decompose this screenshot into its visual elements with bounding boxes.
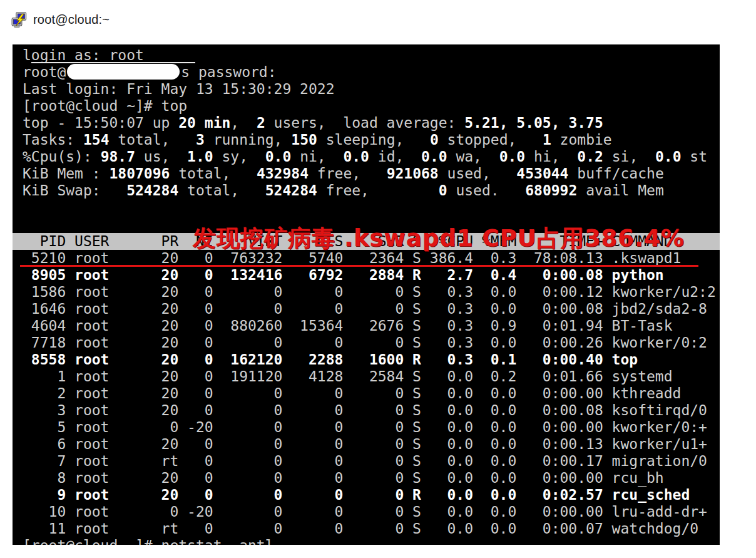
process-row-1646: 1646 root 20 0 0 0 0 S 0.3 0.0 0:00.08 j… bbox=[23, 301, 720, 318]
terminal-line-3: [root@cloud ~]# top bbox=[23, 98, 720, 115]
mining-virus-annotation: 发现挖矿病毒 .kswapd1 CPU占用386.4% bbox=[193, 223, 685, 254]
terminal-line-1: root@s password: bbox=[23, 64, 720, 81]
putty-icon bbox=[11, 11, 28, 28]
redaction-blob bbox=[67, 64, 180, 80]
process-row-5: 5 root 0 -20 0 0 0 S 0.0 0.0 0:00.00 kwo… bbox=[23, 419, 720, 436]
process-row-3: 3 root 20 0 0 0 0 S 0.0 0.0 0:00.08 ksof… bbox=[23, 402, 720, 419]
process-row-9: 9 root 20 0 0 0 0 R 0.0 0.0 0:02.57 rcu_… bbox=[23, 487, 720, 504]
title-bar[interactable]: root@cloud:~ bbox=[11, 9, 110, 30]
process-row-7718: 7718 root 20 0 0 0 0 S 0.3 0.0 0:00.26 k… bbox=[23, 334, 720, 351]
process-row-8: 8 root 20 0 0 0 0 S 0.0 0.0 0:00.00 rcu_… bbox=[23, 470, 720, 487]
terminal-line-2: Last login: Fri May 13 15:30:29 2022 bbox=[23, 81, 720, 98]
blank-line bbox=[23, 199, 720, 216]
process-row-11: 11 root rt 0 0 0 0 S 0.0 0.0 0:00.07 wat… bbox=[23, 520, 720, 537]
login-underline bbox=[31, 62, 195, 63]
terminal-line-0: login as: root bbox=[23, 47, 720, 64]
process-row-8905: 8905 root 20 0 132416 6792 2884 R 2.7 0.… bbox=[23, 267, 720, 284]
process-row-8558: 8558 root 20 0 162120 2288 1600 R 0.3 0.… bbox=[23, 351, 720, 368]
process-row-1586: 1586 root 20 0 0 0 0 S 0.3 0.0 0:00.12 k… bbox=[23, 284, 720, 301]
top-summary-line-2: %Cpu(s): 98.7 us, 1.0 sy, 0.0 ni, 0.0 id… bbox=[23, 148, 720, 165]
top-summary-line-0: top - 15:50:07 up 20 min, 2 users, load … bbox=[23, 115, 720, 132]
top-summary-line-3: KiB Mem : 1807096 total, 432984 free, 92… bbox=[23, 165, 720, 182]
process-row-4604: 4604 root 20 0 880260 15364 2676 S 0.3 0… bbox=[23, 318, 720, 334]
top-summary-line-1: Tasks: 154 total, 3 running, 150 sleepin… bbox=[23, 132, 720, 148]
process-row-10: 10 root 0 -20 0 0 0 S 0.0 0.0 0:00.00 lr… bbox=[23, 504, 720, 520]
process-row-1: 1 root 20 0 191120 4128 2584 S 0.0 0.2 0… bbox=[23, 368, 720, 385]
terminal[interactable]: login as: rootroot@s password:Last login… bbox=[13, 44, 720, 545]
top-summary-line-4: KiB Swap: 524284 total, 524284 free, 0 u… bbox=[23, 182, 720, 199]
process-row-2: 2 root 20 0 0 0 0 S 0.0 0.0 0:00.00 kthr… bbox=[23, 385, 720, 402]
next-command-prompt: [root@cloud ~]# netstat -antl bbox=[23, 537, 720, 545]
window-title: root@cloud:~ bbox=[33, 13, 110, 27]
process-row-6: 6 root 20 0 0 0 0 S 0.0 0.0 0:00.13 kwor… bbox=[23, 436, 720, 453]
process-row-7: 7 root rt 0 0 0 0 S 0.0 0.0 0:00.17 migr… bbox=[23, 453, 720, 470]
password-prompt-text: s password: bbox=[181, 64, 276, 80]
prompt-user-text: root@ bbox=[23, 64, 66, 80]
